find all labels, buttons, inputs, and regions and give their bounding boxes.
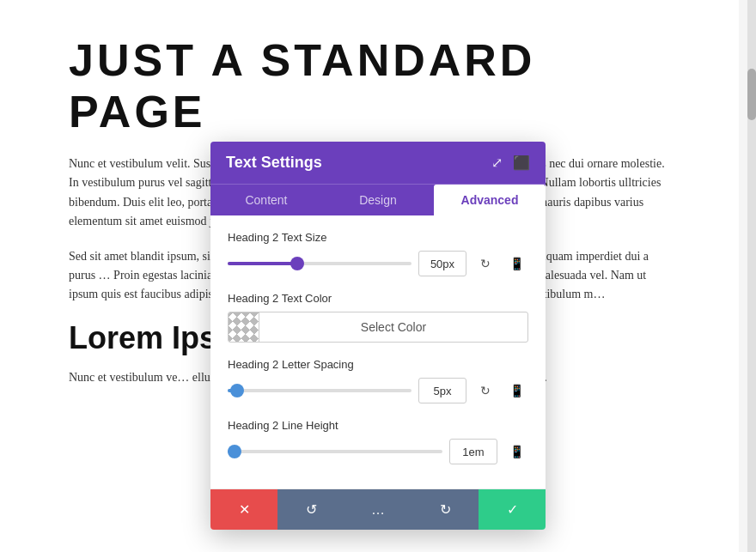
settings-panel: Text Settings ⤢ ⬛ Content Design Advance… [210,142,546,530]
scrollbar[interactable] [747,0,756,552]
line-height-value: 1em [449,439,497,464]
slider-thumb-spacing[interactable] [230,384,244,397]
color-select-control[interactable]: Select Color [228,312,528,343]
letter-spacing-device[interactable]: 📱 [504,379,528,403]
panel-footer: ✕ ↺ … ↻ ✓ [210,488,546,530]
panel-title: Text Settings [226,154,322,172]
page-title: JUST A STANDARD PAGE [69,34,670,137]
letter-spacing-slider[interactable] [228,389,412,392]
resize-icon[interactable]: ⤢ [491,155,503,171]
tab-content[interactable]: Content [210,185,322,215]
line-height-setting: Heading 2 Line Height 1em 📱 [228,419,528,464]
letter-spacing-reset[interactable]: ↻ [473,379,497,403]
scrollbar-thumb[interactable] [747,69,756,120]
tab-design[interactable]: Design [322,185,434,215]
cancel-button[interactable]: ✕ [210,489,277,530]
panel-tabs: Content Design Advanced [210,184,546,215]
slider-thumb-size[interactable] [290,257,304,270]
text-size-slider[interactable] [228,262,412,265]
undo-button[interactable]: ↺ [277,489,344,530]
text-size-label: Heading 2 Text Size [228,231,528,244]
more-button[interactable]: … [344,489,412,530]
text-color-label: Heading 2 Text Color [228,292,528,305]
text-size-device[interactable]: 📱 [504,252,528,276]
panel-header-icons: ⤢ ⬛ [491,155,530,171]
redo-button[interactable]: ↻ [412,489,479,530]
confirm-button[interactable]: ✓ [479,489,546,530]
tab-advanced[interactable]: Advanced [434,185,546,215]
slider-thumb-lineheight[interactable] [228,445,241,458]
line-height-slider[interactable] [228,450,442,453]
panel-header: Text Settings ⤢ ⬛ [210,142,546,184]
line-height-label: Heading 2 Line Height [228,419,528,432]
text-size-control: 50px ↻ 📱 [228,251,528,276]
panel-body: Heading 2 Text Size 50px ↻ 📱 Heading 2 T… [210,215,546,488]
line-height-control: 1em 📱 [228,439,528,464]
line-height-device[interactable]: 📱 [504,440,528,464]
slider-fill-size [228,262,297,265]
grid-icon[interactable]: ⬛ [513,155,530,171]
color-checker-icon [229,312,259,342]
letter-spacing-label: Heading 2 Letter Spacing [228,358,528,371]
text-size-value: 50px [418,251,466,276]
letter-spacing-control: 5px ↻ 📱 [228,378,528,403]
text-size-reset[interactable]: ↻ [473,252,497,276]
letter-spacing-value: 5px [418,378,466,403]
text-size-setting: Heading 2 Text Size 50px ↻ 📱 [228,231,528,276]
color-select-button[interactable]: Select Color [259,313,527,341]
text-color-setting: Heading 2 Text Color Select Color [228,292,528,343]
letter-spacing-setting: Heading 2 Letter Spacing 5px ↻ 📱 [228,358,528,403]
